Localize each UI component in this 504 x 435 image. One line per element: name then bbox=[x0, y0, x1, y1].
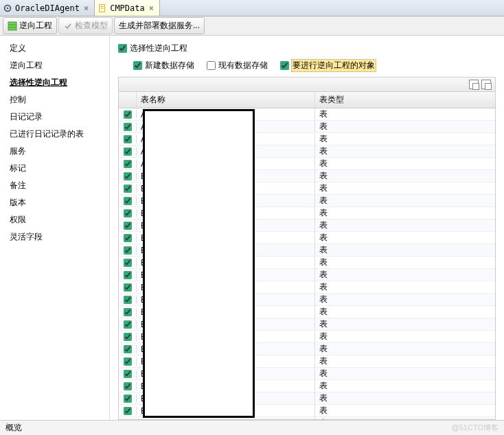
row-checkbox[interactable] bbox=[124, 395, 132, 403]
tab-oracle-agent[interactable]: OracleDIAgent × bbox=[0, 0, 95, 16]
select-all-icon[interactable] bbox=[469, 80, 479, 89]
svg-rect-5 bbox=[8, 22, 16, 30]
tab-cmpdata[interactable]: CMPData × bbox=[95, 0, 160, 16]
watermark: @51CTO博客 bbox=[452, 423, 499, 433]
check-model-button[interactable]: 检查模型 bbox=[58, 17, 113, 34]
row-checkbox[interactable] bbox=[124, 271, 132, 279]
reverse-button[interactable]: 逆向工程 bbox=[3, 17, 57, 34]
row-checkbox[interactable] bbox=[124, 123, 132, 131]
selective-reverse-checkbox[interactable]: 选择性逆向工程 bbox=[118, 43, 187, 54]
sidebar-item[interactable]: 日记记录 bbox=[0, 108, 109, 126]
row-checkbox[interactable] bbox=[124, 308, 132, 316]
deselect-all-icon[interactable] bbox=[481, 80, 491, 89]
row-checkbox[interactable] bbox=[124, 185, 132, 193]
checkbox-input[interactable] bbox=[118, 44, 127, 53]
type-column-header[interactable]: 表类型 bbox=[315, 92, 495, 108]
row-checkbox[interactable] bbox=[124, 407, 132, 415]
row-checkbox[interactable] bbox=[124, 370, 132, 378]
sidebar-item[interactable]: 权限 bbox=[0, 211, 109, 228]
objects-to-reverse-checkbox[interactable]: 要进行逆向工程的对象 bbox=[280, 60, 376, 71]
sidebar-item[interactable]: 服务 bbox=[0, 143, 109, 160]
grid-icon bbox=[8, 21, 17, 31]
row-checkbox[interactable] bbox=[124, 209, 132, 217]
checkbox-label: 现有数据存储 bbox=[218, 60, 268, 71]
sidebar-item[interactable]: 控制 bbox=[0, 91, 109, 108]
gear-icon bbox=[3, 3, 12, 13]
existing-datastore-checkbox[interactable]: 现有数据存储 bbox=[207, 60, 268, 71]
tab-label: OracleDIAgent bbox=[15, 3, 80, 13]
row-checkbox[interactable] bbox=[124, 382, 132, 390]
button-label: 生成并部署数据服务... bbox=[119, 20, 200, 32]
sidebar-item[interactable]: 定义 bbox=[0, 40, 109, 57]
row-checkbox[interactable] bbox=[124, 135, 132, 143]
row-checkbox[interactable] bbox=[124, 296, 132, 304]
sidebar-item[interactable]: 标记 bbox=[0, 160, 109, 177]
button-label: 逆向工程 bbox=[19, 20, 52, 32]
check-icon bbox=[63, 21, 73, 31]
close-icon[interactable]: × bbox=[84, 3, 89, 13]
row-checkbox[interactable] bbox=[124, 222, 132, 230]
svg-point-1 bbox=[7, 7, 9, 9]
row-checkbox[interactable] bbox=[124, 246, 132, 255]
row-checkbox[interactable] bbox=[124, 110, 132, 119]
row-type-cell: 表 bbox=[315, 415, 495, 420]
row-checkbox[interactable] bbox=[124, 160, 132, 168]
checkbox-input[interactable] bbox=[280, 61, 289, 70]
tab-label: CMPData bbox=[110, 3, 145, 13]
sidebar-item[interactable]: 选择性逆向工程 bbox=[0, 74, 109, 91]
checkbox-label: 要进行逆向工程的对象 bbox=[292, 60, 376, 71]
button-label: 检查模型 bbox=[75, 20, 108, 32]
checkbox-label: 选择性逆向工程 bbox=[130, 43, 187, 54]
close-icon[interactable]: × bbox=[149, 3, 154, 13]
document-icon bbox=[98, 3, 107, 13]
row-checkbox[interactable] bbox=[124, 234, 132, 242]
row-checkbox[interactable] bbox=[124, 148, 132, 156]
checkbox-column-header[interactable] bbox=[119, 92, 137, 108]
redaction-overlay bbox=[143, 109, 255, 418]
row-checkbox[interactable] bbox=[124, 172, 132, 180]
sidebar-item[interactable]: 已进行日记记录的表 bbox=[0, 126, 109, 143]
checkbox-label: 新建数据存储 bbox=[145, 60, 194, 71]
grid-toolbar bbox=[118, 77, 496, 91]
sidebar-nav: 定义逆向工程选择性逆向工程控制日记记录已进行日记记录的表服务标记备注版本权限灵活… bbox=[0, 36, 110, 420]
checkbox-input[interactable] bbox=[207, 61, 216, 70]
tab-bar: OracleDIAgent × CMPData × bbox=[0, 0, 504, 16]
sidebar-item[interactable]: 备注 bbox=[0, 177, 109, 194]
footer-bar: 概览 @51CTO博客 bbox=[0, 420, 504, 435]
row-checkbox[interactable] bbox=[124, 259, 132, 267]
row-checkbox[interactable] bbox=[124, 283, 132, 292]
overview-tab[interactable]: 概览 bbox=[5, 422, 22, 434]
row-checkbox[interactable] bbox=[124, 197, 132, 205]
row-checkbox[interactable] bbox=[124, 333, 132, 341]
checkbox-input[interactable] bbox=[133, 61, 142, 70]
name-column-header[interactable]: 表名称 bbox=[137, 92, 315, 108]
new-datastore-checkbox[interactable]: 新建数据存储 bbox=[133, 60, 194, 71]
row-checkbox[interactable] bbox=[124, 357, 132, 366]
sidebar-item[interactable]: 灵活字段 bbox=[0, 228, 109, 246]
sidebar-item[interactable]: 逆向工程 bbox=[0, 57, 109, 74]
generate-deploy-button[interactable]: 生成并部署数据服务... bbox=[114, 17, 205, 34]
toolbar: 逆向工程 检查模型 生成并部署数据服务... bbox=[0, 16, 504, 36]
row-checkbox[interactable] bbox=[124, 345, 132, 353]
sidebar-item[interactable]: 版本 bbox=[0, 194, 109, 211]
row-checkbox[interactable] bbox=[124, 320, 132, 329]
table-header: 表名称 表类型 bbox=[119, 92, 495, 108]
